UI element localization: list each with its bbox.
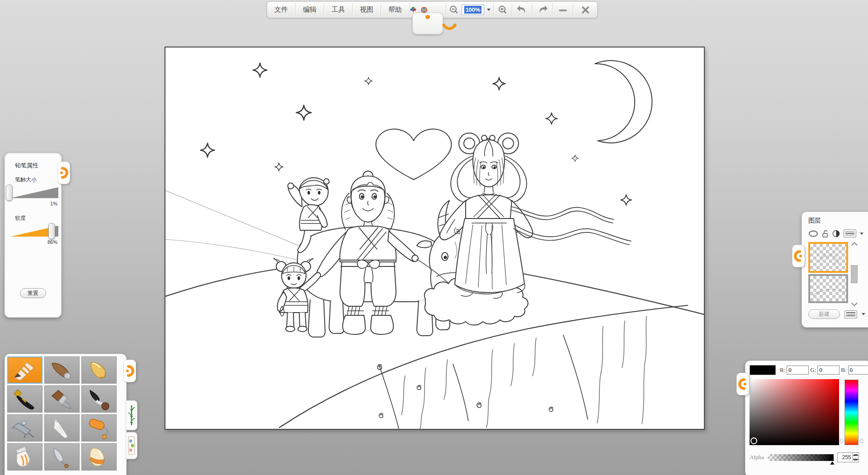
paint-jar-icon — [10, 446, 39, 468]
color-panel: R: G: B: Alpha 255 — [745, 361, 868, 475]
app-window: 文件 编辑 工具 视图 帮助 — [0, 0, 868, 475]
tool-charcoal-pencil[interactable] — [44, 356, 80, 384]
brush-size-slider[interactable] — [9, 185, 58, 200]
chevron-down-icon[interactable] — [862, 313, 865, 315]
pencil-panel-handle[interactable] — [57, 162, 70, 184]
drawing-canvas[interactable] — [165, 47, 705, 430]
menu-tools[interactable]: 工具 — [324, 2, 352, 18]
sparkle-stars — [200, 63, 632, 205]
tool-ink-brush[interactable] — [81, 385, 117, 413]
ink-brush-icon — [85, 388, 113, 410]
zoom-in-button[interactable] — [494, 2, 512, 18]
scroll-up-icon[interactable] — [851, 242, 857, 248]
tool-paint-roller[interactable] — [81, 414, 117, 442]
tool-grid — [7, 356, 124, 470]
current-color-swatch[interactable] — [750, 365, 776, 375]
hue-bar[interactable] — [844, 380, 859, 445]
panel-handle-icon — [125, 364, 134, 378]
close-button[interactable] — [573, 2, 597, 18]
green-label: G: — [810, 366, 816, 374]
layer-opacity-icon[interactable] — [832, 230, 840, 238]
alpha-spin-down[interactable] — [853, 457, 859, 462]
color-panel-handle[interactable] — [736, 373, 749, 395]
layer-visibility-icon[interactable] — [808, 230, 818, 237]
zoom-out-button[interactable] — [446, 2, 462, 18]
layer-menu-icon[interactable] — [844, 229, 856, 238]
tool-pencil[interactable] — [7, 356, 42, 384]
crescent-moon — [595, 61, 652, 143]
color-cursor[interactable] — [750, 437, 757, 444]
redo-button[interactable] — [533, 2, 552, 18]
clown-right-eye-icon — [420, 5, 428, 15]
zoom-level-input[interactable]: 100% — [462, 5, 484, 15]
clown-mascot[interactable] — [410, 2, 446, 18]
layers-panel-title: 图层 — [808, 217, 868, 225]
menu-help[interactable]: 帮助 — [381, 2, 409, 18]
pencil-icon — [10, 359, 39, 381]
zoom-level-dropdown[interactable] — [484, 2, 493, 18]
blue-input[interactable] — [848, 366, 868, 375]
alpha-spinner[interactable]: 255 — [837, 452, 859, 462]
flat-brush-icon — [47, 388, 76, 410]
tool-crayon[interactable] — [81, 356, 117, 384]
tool-airbrush[interactable] — [7, 414, 42, 442]
layers-panel: 图层 — [802, 212, 868, 328]
brush-size-slider-thumb[interactable] — [6, 185, 13, 201]
tool-palette-knife[interactable] — [44, 443, 80, 470]
alpha-marker-icon[interactable] — [830, 461, 835, 465]
new-layer-button[interactable]: 新建 — [808, 309, 840, 319]
layer-thumbnail-2[interactable] — [808, 274, 848, 303]
layer-thumbnail-1[interactable] — [808, 242, 848, 273]
tool-palette-panel — [5, 354, 127, 475]
pencil-properties-panel: 铅笔属性 笔触大小 1% 软度 86% 重置 — [5, 153, 61, 318]
softness-slider-thumb[interactable] — [48, 223, 55, 239]
alpha-spin-up[interactable] — [853, 453, 859, 457]
hue-marker-left-icon[interactable] — [840, 439, 844, 443]
alpha-value: 255 — [838, 454, 852, 461]
main-toolbar: 文件 编辑 工具 视图 帮助 — [267, 1, 598, 18]
saturation-value-picker[interactable] — [750, 379, 839, 445]
panel-handle-icon — [738, 377, 747, 391]
panel-handle-icon — [59, 166, 68, 180]
tool-eraser[interactable] — [81, 443, 117, 470]
layers-options-icon[interactable] — [844, 310, 857, 318]
eraser-icon — [85, 446, 113, 468]
clown-nose-icon — [425, 15, 430, 19]
panel-handle-icon — [794, 249, 803, 263]
tool-palette-handle[interactable] — [123, 360, 136, 382]
chevron-down-icon[interactable] — [860, 233, 863, 235]
scrollbar-thumb[interactable] — [851, 265, 858, 283]
menu-file[interactable]: 文件 — [267, 2, 295, 18]
heart — [376, 129, 451, 180]
scroll-down-icon[interactable] — [851, 300, 857, 306]
layer-lock-icon[interactable] — [822, 230, 829, 238]
fountain-pen-icon — [10, 388, 39, 410]
brush-size-value: 1% — [7, 201, 57, 206]
layers-scrollbar[interactable] — [850, 242, 858, 306]
tool-piping-cone[interactable] — [44, 414, 80, 442]
menu-edit[interactable]: 编辑 — [296, 2, 324, 18]
canvas-drawing — [165, 48, 704, 429]
undo-button[interactable] — [512, 2, 532, 18]
layer-1-preview — [810, 244, 846, 271]
tool-flat-brush[interactable] — [44, 385, 80, 413]
red-input[interactable] — [787, 366, 809, 375]
tab-picture-stamps[interactable] — [126, 432, 137, 459]
softness-slider[interactable] — [9, 224, 58, 238]
red-label: R: — [780, 366, 785, 374]
layers-panel-handle[interactable] — [792, 245, 805, 267]
menu-view[interactable]: 视图 — [353, 2, 381, 18]
charcoal-pencil-icon — [47, 359, 76, 381]
tool-fountain-pen[interactable] — [7, 385, 42, 413]
minimize-button[interactable] — [553, 2, 573, 18]
paint-roller-icon — [85, 417, 113, 439]
reset-button[interactable]: 重置 — [20, 288, 46, 298]
alpha-slider[interactable] — [768, 454, 834, 461]
hue-marker-right-icon[interactable] — [859, 439, 863, 443]
tool-paint-jar[interactable] — [7, 443, 42, 470]
bamboo-icon — [128, 404, 135, 427]
tab-bamboo-tools[interactable] — [126, 400, 137, 430]
clown-smile-icon — [442, 22, 457, 34]
brush-size-label: 笔触大小 — [15, 176, 61, 184]
green-input[interactable] — [817, 366, 840, 375]
